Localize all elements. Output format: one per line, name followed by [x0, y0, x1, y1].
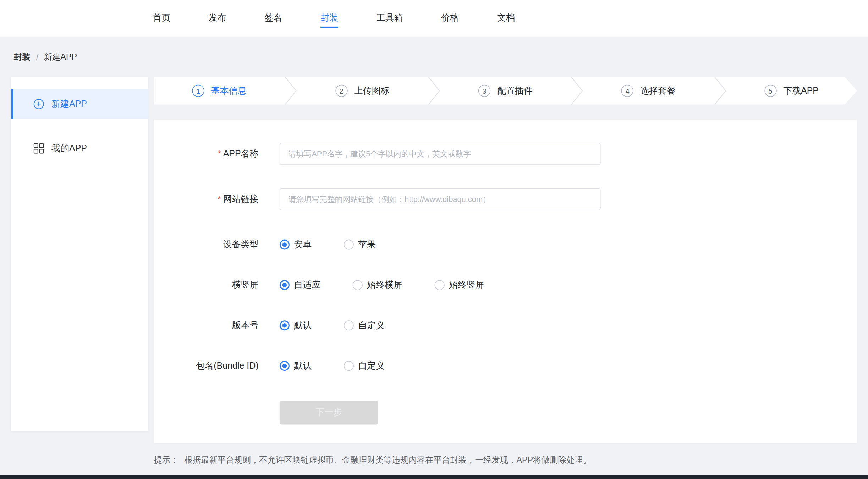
radio-unchecked-icon	[344, 361, 354, 371]
main-content: 1 基本信息 2 上传图标 3 配置插件 4 选择套餐	[154, 77, 857, 466]
radio-adaptive[interactable]: 自适应	[280, 279, 320, 291]
step-label: 配置插件	[497, 85, 533, 97]
breadcrumb-new-app: 新建APP	[44, 52, 77, 63]
radio-bundle-default[interactable]: 默认	[280, 360, 312, 372]
orientation-label: 横竖屏	[154, 279, 259, 291]
radio-android[interactable]: 安卓	[280, 239, 312, 250]
step-basic-info: 1 基本信息	[154, 77, 285, 105]
basic-info-form: *APP名称 *网站链接 设备类型 安卓	[154, 120, 857, 443]
step-select-plan: 4 选择套餐	[583, 77, 714, 105]
sidebar-item-label: 新建APP	[51, 98, 87, 110]
tip-label: 提示：	[154, 455, 179, 466]
form-row-site-url: *网站链接	[154, 188, 857, 210]
step-separator-icon	[571, 77, 583, 105]
radio-checked-icon	[280, 280, 290, 290]
step-configure-plugin: 3 配置插件	[440, 77, 571, 105]
breadcrumb-package[interactable]: 封装	[14, 52, 31, 63]
sidebar-item-new-app[interactable]: 新建APP	[11, 89, 148, 119]
step-number-badge: 5	[764, 85, 776, 97]
version-radio-group: 默认 自定义	[280, 320, 417, 331]
radio-bundle-custom[interactable]: 自定义	[344, 360, 385, 372]
nav-item-package[interactable]: 封装	[320, 8, 338, 28]
step-separator-icon	[428, 77, 440, 105]
sidebar-item-my-app[interactable]: 我的APP	[11, 133, 148, 163]
step-label: 选择套餐	[640, 85, 676, 97]
form-row-device-type: 设备类型 安卓 苹果	[154, 239, 857, 250]
tip-text: 根据最新平台规则，不允许区块链虚拟币、金融理财类等违规内容在平台封装，一经发现，…	[184, 455, 591, 466]
site-url-input[interactable]	[280, 188, 601, 210]
form-row-submit: 下一步	[154, 401, 857, 424]
form-row-version: 版本号 默认 自定义	[154, 320, 857, 331]
radio-version-default[interactable]: 默认	[280, 320, 312, 331]
radio-unchecked-icon	[344, 240, 354, 249]
required-asterisk: *	[218, 149, 221, 158]
radio-always-portrait[interactable]: 始终竖屏	[435, 279, 484, 291]
breadcrumb: 封装 / 新建APP	[14, 52, 868, 63]
app-name-label: *APP名称	[154, 148, 259, 160]
radio-always-landscape[interactable]: 始终横屏	[353, 279, 402, 291]
form-row-bundle-id: 包名(Bundle ID) 默认 自定义	[154, 360, 857, 371]
step-number-badge: 3	[478, 85, 490, 97]
step-separator-icon	[714, 77, 726, 105]
form-row-app-name: *APP名称	[154, 143, 857, 165]
plus-circle-icon	[33, 99, 44, 110]
step-separator-icon	[285, 77, 297, 105]
step-label: 上传图标	[354, 85, 390, 97]
radio-ios[interactable]: 苹果	[344, 239, 376, 250]
steps-bar: 1 基本信息 2 上传图标 3 配置插件 4 选择套餐	[154, 77, 857, 105]
app-name-input[interactable]	[280, 143, 601, 165]
footer-bar	[0, 475, 868, 479]
sidebar-item-label: 我的APP	[51, 143, 87, 154]
orientation-radio-group: 自适应 始终横屏 始终竖屏	[280, 279, 517, 291]
radio-checked-icon	[280, 240, 290, 249]
radio-unchecked-icon	[435, 280, 445, 290]
step-label: 下载APP	[783, 85, 819, 97]
nav-item-home[interactable]: 首页	[153, 8, 171, 28]
nav-item-docs[interactable]: 文档	[497, 8, 515, 28]
next-step-button[interactable]: 下一步	[280, 401, 378, 424]
bundle-id-radio-group: 默认 自定义	[280, 360, 417, 372]
top-nav: 首页 发布 签名 封装 工具箱 价格 文档	[0, 0, 868, 37]
step-number-badge: 2	[335, 85, 347, 97]
step-upload-icon: 2 上传图标	[297, 77, 428, 105]
radio-version-custom[interactable]: 自定义	[344, 320, 385, 331]
nav-item-sign[interactable]: 签名	[265, 8, 282, 28]
device-type-label: 设备类型	[154, 239, 259, 250]
nav-item-price[interactable]: 价格	[441, 8, 459, 28]
sidebar: 新建APP 我的APP	[11, 77, 148, 431]
device-type-radio-group: 安卓 苹果	[280, 239, 408, 250]
radio-checked-icon	[280, 361, 290, 371]
content-layout: 新建APP 我的APP 1 基本信息	[0, 77, 868, 466]
nav-item-toolbox[interactable]: 工具箱	[377, 8, 403, 28]
radio-unchecked-icon	[344, 320, 354, 330]
step-number-badge: 1	[192, 85, 204, 97]
bundle-id-label: 包名(Bundle ID)	[154, 360, 259, 372]
breadcrumb-separator: /	[36, 53, 38, 62]
radio-unchecked-icon	[353, 280, 363, 290]
step-number-badge: 4	[621, 85, 633, 97]
form-row-orientation: 横竖屏 自适应 始终横屏 始终竖屏	[154, 280, 857, 291]
platform-rule-tip: 提示： 根据最新平台规则，不允许区块链虚拟币、金融理财类等违规内容在平台封装，一…	[154, 455, 857, 466]
version-label: 版本号	[154, 320, 259, 331]
required-asterisk: *	[218, 194, 221, 204]
grid-icon	[33, 143, 44, 154]
site-url-label: *网站链接	[154, 193, 259, 205]
step-download-app: 5 下载APP	[726, 77, 857, 105]
app-screen: 首页 发布 签名 封装 工具箱 价格 文档 封装 / 新建APP 新建APP	[0, 0, 868, 479]
step-label: 基本信息	[211, 85, 247, 97]
nav-item-publish[interactable]: 发布	[209, 8, 226, 28]
radio-checked-icon	[280, 320, 290, 330]
